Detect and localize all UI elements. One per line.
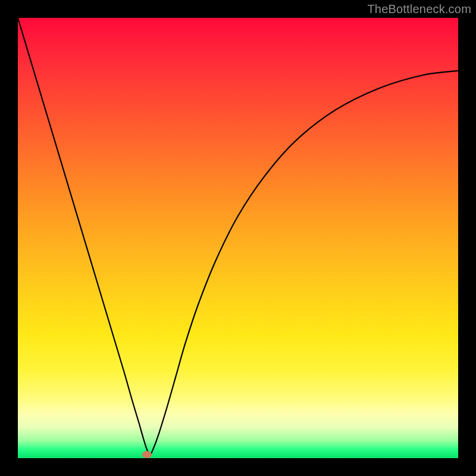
minimum-marker <box>142 451 152 458</box>
bottleneck-curve <box>18 18 458 455</box>
plot-area <box>18 18 458 458</box>
watermark-text: TheBottleneck.com <box>367 2 471 16</box>
curve-layer <box>18 18 458 458</box>
chart-frame: TheBottleneck.com <box>0 0 476 476</box>
